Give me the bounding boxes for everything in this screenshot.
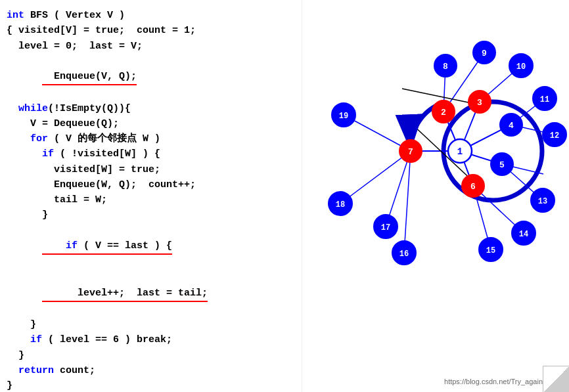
node-4-label: 4 (509, 121, 514, 131)
graph-panel: last tail (302, 0, 569, 392)
node-2-label: 2 (441, 108, 446, 118)
code-line-7: for ( V 的每个邻接点 W ) (7, 131, 295, 146)
code-line-19: } (7, 378, 295, 392)
node-18-label: 18 (336, 200, 345, 209)
node-11-label: 11 (540, 95, 549, 104)
code-line-3: level = 0; last = V; (7, 39, 295, 54)
code-line-9: visited[W] = true; (7, 162, 295, 177)
keyword-while: while (18, 103, 48, 114)
code-line-15: } (7, 317, 295, 332)
code-line-2: { visited[V] = true; count = 1; (7, 23, 295, 38)
node-5-label: 5 (499, 160, 505, 170)
code-panel: int BFS ( Vertex V ) { visited[V] = true… (0, 0, 302, 392)
node-9-label: 9 (482, 49, 487, 58)
node-1-label: 1 (457, 146, 463, 157)
node-12-label: 12 (550, 131, 559, 141)
code-line-11: tail = W; (7, 192, 295, 207)
graph-svg: 1 2 3 4 5 6 7 8 9 (302, 0, 569, 392)
code-line-18: return count; (7, 363, 295, 378)
node-14-label: 14 (519, 230, 528, 239)
node-17-label: 17 (381, 223, 390, 232)
node-3-label: 3 (477, 98, 482, 108)
code-line-17: } (7, 348, 295, 363)
node-8-label: 8 (443, 62, 448, 72)
code-line-8: if ( !visited[W] ) { (7, 146, 295, 162)
edge-7-18 (340, 151, 411, 204)
node-10-label: 10 (516, 62, 526, 72)
code-line-5: while(!IsEmpty(Q)){ (7, 101, 295, 116)
code-line-16: if ( level == 6 ) break; (7, 332, 295, 347)
edge-7-16 (404, 151, 411, 253)
node-7-label: 7 (408, 147, 413, 157)
node-16-label: 16 (399, 250, 409, 259)
code-line-14: level++; last = tail; (7, 270, 295, 317)
code-line-6: V = Dequeue(Q); (7, 116, 295, 131)
code-line-1: int BFS ( Vertex V ) (7, 8, 295, 23)
node-15-label: 15 (486, 246, 495, 255)
code-line-13: if ( V == last ) { (7, 223, 295, 271)
keyword-int: int (7, 10, 24, 21)
main-container: int BFS ( Vertex V ) { visited[V] = true… (0, 0, 569, 392)
code-line-10: Enqueue(W, Q); count++; (7, 177, 295, 192)
node-13-label: 13 (538, 197, 547, 206)
code-line-4: Enqueue(V, Q); (7, 54, 295, 101)
fold-corner (543, 366, 569, 392)
node-6-label: 6 (470, 182, 476, 192)
node-19-label: 19 (339, 112, 348, 121)
code-line-12: } (7, 207, 295, 223)
